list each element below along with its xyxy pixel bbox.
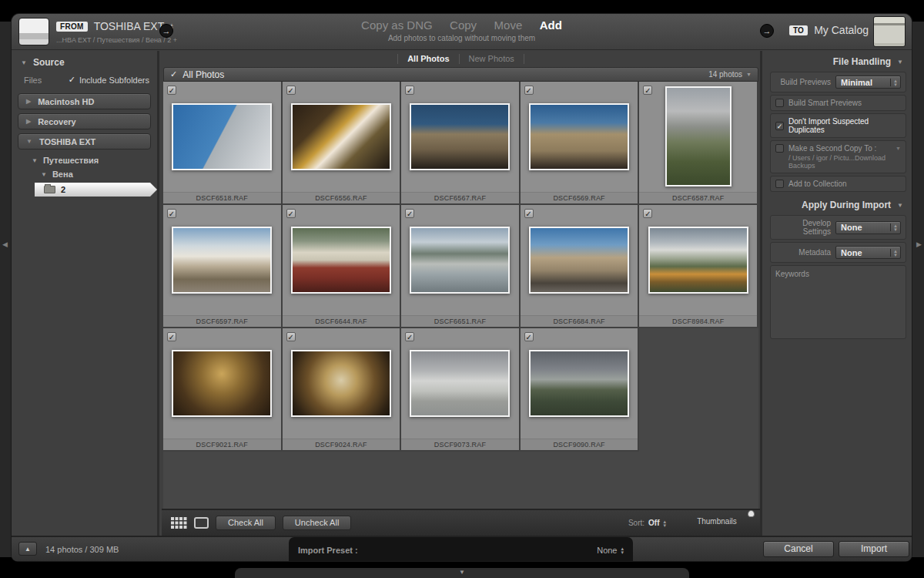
photo-checkbox[interactable]: ✓ bbox=[643, 86, 652, 95]
show-right-panel-chevron-icon[interactable]: ▶ bbox=[916, 240, 922, 248]
tab-new-photos[interactable]: New Photos bbox=[459, 54, 524, 64]
show-left-panel-chevron-icon[interactable]: ◀ bbox=[2, 240, 8, 248]
loupe-view-icon[interactable] bbox=[194, 517, 209, 529]
photo-cell[interactable]: ✓DSCF6587.RAF bbox=[639, 82, 758, 205]
photo-filename: DSCF6569.RAF bbox=[521, 192, 638, 203]
photo-checkbox[interactable]: ✓ bbox=[286, 209, 296, 218]
volume-macintosh-hd[interactable]: ▶ Macintosh HD bbox=[18, 93, 151, 109]
bottom-panel-hint[interactable]: ▼ bbox=[235, 568, 689, 578]
photo-cell[interactable]: ✓DSCF9073.RAF bbox=[401, 328, 521, 452]
import-button[interactable]: Import bbox=[839, 541, 909, 557]
volume-toshiba-ext[interactable]: ▼ TOSHIBA EXT bbox=[18, 133, 151, 150]
photo-thumbnail[interactable] bbox=[172, 350, 272, 417]
destination-forward-arrow-button[interactable]: → bbox=[760, 24, 774, 38]
build-previews-dropdown[interactable]: Minimal ▴▾ bbox=[835, 76, 901, 89]
build-smart-previews-checkbox[interactable] bbox=[775, 99, 784, 107]
photo-checkbox[interactable]: ✓ bbox=[524, 86, 534, 95]
photo-thumbnail[interactable] bbox=[172, 227, 272, 294]
photo-checkbox[interactable]: ✓ bbox=[286, 332, 296, 341]
grid-scroll-area[interactable]: ✓DSCF6518.RAF✓DSCF6556.RAF✓DSCF6567.RAF✓… bbox=[163, 82, 758, 509]
tab-all-photos[interactable]: All Photos bbox=[397, 54, 458, 64]
photo-checkbox[interactable]: ✓ bbox=[405, 209, 414, 218]
photo-thumbnail[interactable] bbox=[529, 103, 629, 170]
photo-thumbnail[interactable] bbox=[529, 350, 629, 417]
folder-puteshestviya[interactable]: ▼ Путешествия bbox=[12, 153, 157, 167]
photo-checkbox[interactable]: ✓ bbox=[405, 86, 414, 95]
photo-cell[interactable]: ✓DSCF8984.RAF bbox=[639, 205, 758, 328]
sort-arrows-icon: ▴▾ bbox=[663, 519, 666, 527]
develop-settings-dropdown[interactable]: None ▴▾ bbox=[835, 221, 901, 234]
slider-thumb[interactable] bbox=[748, 510, 755, 517]
chevron-down-icon[interactable]: ▼ bbox=[896, 146, 901, 151]
mode-copy[interactable]: Copy bbox=[450, 18, 477, 32]
photo-thumbnail[interactable] bbox=[172, 103, 272, 170]
photo-checkbox[interactable]: ✓ bbox=[524, 332, 534, 341]
photo-checkbox[interactable]: ✓ bbox=[643, 209, 652, 218]
photo-thumbnail[interactable] bbox=[410, 227, 510, 294]
photo-filename: DSCF9021.RAF bbox=[163, 439, 281, 450]
photo-filename: DSCF8984.RAF bbox=[639, 315, 757, 327]
photo-checkbox[interactable]: ✓ bbox=[286, 86, 296, 95]
folder-vena[interactable]: ▼ Вена bbox=[12, 167, 157, 181]
photo-thumbnail[interactable] bbox=[665, 86, 732, 187]
photo-cell[interactable]: ✓DSCF6651.RAF bbox=[401, 205, 521, 328]
sort-control[interactable]: Sort: Off ▴▾ bbox=[628, 519, 666, 527]
destination-name[interactable]: My Catalog bbox=[814, 24, 869, 36]
photo-checkbox[interactable]: ✓ bbox=[405, 332, 414, 341]
volume-recovery[interactable]: ▶ Recovery bbox=[18, 113, 151, 129]
photo-cell[interactable]: ✓DSCF6644.RAF bbox=[283, 205, 402, 328]
photo-checkbox[interactable]: ✓ bbox=[167, 332, 176, 341]
all-photos-header-bar[interactable]: ✓ All Photos 14 photos ▼ bbox=[163, 67, 758, 82]
check-all-button[interactable]: Check All bbox=[216, 516, 276, 530]
photo-cell[interactable]: ✓DSCF9024.RAF bbox=[283, 328, 402, 452]
mode-add[interactable]: Add bbox=[540, 18, 562, 32]
right-gutter bbox=[912, 22, 924, 557]
grid-view-icon[interactable] bbox=[171, 517, 187, 529]
photo-filename: DSCF6587.RAF bbox=[639, 192, 757, 203]
collapse-panel-button[interactable]: ▲ bbox=[18, 542, 37, 556]
check-icon[interactable]: ✓ bbox=[170, 69, 177, 79]
photo-cell[interactable]: ✓DSCF9090.RAF bbox=[521, 328, 640, 452]
photo-checkbox[interactable]: ✓ bbox=[167, 86, 176, 95]
photo-cell[interactable]: ✓DSCF6569.RAF bbox=[521, 82, 640, 205]
selected-folder-2[interactable]: 2 bbox=[35, 183, 157, 197]
photo-thumbnail[interactable] bbox=[410, 350, 510, 417]
photo-cell[interactable]: ✓DSCF6518.RAF bbox=[163, 82, 283, 205]
dont-import-duplicates-checkbox[interactable]: ✓ bbox=[775, 122, 784, 130]
grid-toolbar: Check All Uncheck All Sort: Off ▴▾ Thumb… bbox=[162, 509, 760, 536]
photo-thumbnail[interactable] bbox=[291, 227, 391, 294]
photo-cell[interactable]: ✓DSCF6597.RAF bbox=[163, 205, 283, 328]
photo-checkbox[interactable]: ✓ bbox=[167, 209, 176, 218]
include-subfolders-checkbox[interactable]: ✓ Include Subfolders bbox=[69, 75, 149, 85]
dont-import-duplicates-row[interactable]: ✓ Don't Import Suspected Duplicates bbox=[770, 113, 906, 138]
mode-move[interactable]: Move bbox=[494, 18, 523, 32]
photo-thumbnail[interactable] bbox=[291, 103, 391, 170]
photo-cell[interactable]: ✓DSCF6556.RAF bbox=[283, 82, 402, 205]
file-handling-header[interactable]: File Handling ▼ bbox=[770, 51, 906, 72]
photo-checkbox[interactable]: ✓ bbox=[524, 209, 534, 218]
second-copy-checkbox[interactable] bbox=[775, 144, 784, 153]
photo-thumbnail[interactable] bbox=[410, 103, 510, 170]
add-to-collection-row[interactable]: Add to Collection bbox=[770, 176, 906, 192]
photo-count-dropdown[interactable]: 14 photos ▼ bbox=[708, 70, 752, 79]
source-panel-header[interactable]: ▼ Source bbox=[12, 51, 157, 73]
import-top-bar: FROM TOSHIBA EXT ▴▾ ...HBA EXT / Путешес… bbox=[12, 14, 912, 50]
keywords-input[interactable] bbox=[775, 281, 901, 331]
mode-copy-as-dng[interactable]: Copy as DNG bbox=[361, 18, 433, 32]
photo-cell[interactable]: ✓DSCF6684.RAF bbox=[521, 205, 640, 328]
photo-cell[interactable]: ✓DSCF9021.RAF bbox=[163, 328, 283, 452]
uncheck-all-button[interactable]: Uncheck All bbox=[283, 516, 351, 530]
import-preset-dropdown[interactable]: None ▴▾ bbox=[597, 546, 624, 555]
apply-during-import-header[interactable]: Apply During Import ▼ bbox=[770, 194, 906, 215]
photo-thumbnail[interactable] bbox=[529, 227, 629, 294]
mode-description: Add photos to catalog without moving the… bbox=[12, 34, 912, 42]
build-smart-previews-row[interactable]: Build Smart Previews bbox=[770, 95, 906, 111]
cancel-button[interactable]: Cancel bbox=[763, 541, 834, 557]
metadata-dropdown[interactable]: None ▴▾ bbox=[835, 246, 901, 259]
second-copy-row[interactable]: Make a Second Copy To : ▼ / Users / igor… bbox=[770, 140, 906, 173]
add-to-collection-checkbox[interactable] bbox=[775, 180, 784, 188]
photo-thumbnail[interactable] bbox=[291, 350, 391, 417]
photo-cell[interactable]: ✓DSCF6567.RAF bbox=[401, 82, 521, 205]
photo-filename: DSCF6651.RAF bbox=[401, 315, 519, 327]
photo-thumbnail[interactable] bbox=[648, 227, 748, 294]
